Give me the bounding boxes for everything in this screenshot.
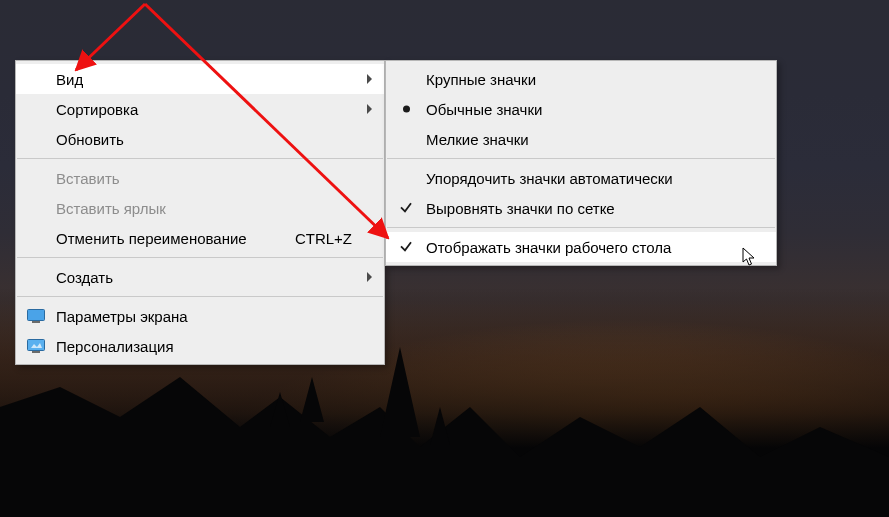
svg-rect-1 (32, 321, 40, 323)
menu-separator (387, 158, 775, 159)
submenu-item-medium-icons[interactable]: Обычные значки (386, 94, 776, 124)
menu-item-personalization[interactable]: Персонализация (16, 331, 384, 361)
menu-item-label: Упорядочить значки автоматически (426, 170, 673, 187)
view-submenu: Крупные значки Обычные значки Мелкие зна… (385, 60, 777, 266)
svg-rect-3 (32, 351, 40, 353)
menu-separator (17, 296, 383, 297)
menu-item-label: Вставить ярлык (56, 200, 166, 217)
menu-item-refresh[interactable]: Обновить (16, 124, 384, 154)
menu-item-label: Вид (56, 71, 83, 88)
menu-separator (17, 257, 383, 258)
desktop-context-menu: Вид Сортировка Обновить Вставить Вставит… (15, 60, 385, 365)
menu-item-display-settings[interactable]: Параметры экрана (16, 301, 384, 331)
menu-item-label: Отображать значки рабочего стола (426, 239, 671, 256)
menu-item-paste: Вставить (16, 163, 384, 193)
menu-item-label: Сортировка (56, 101, 138, 118)
menu-item-shortcut: CTRL+Z (295, 230, 352, 247)
menu-item-label: Параметры экрана (56, 308, 188, 325)
menu-item-label: Обновить (56, 131, 124, 148)
menu-item-label: Мелкие значки (426, 131, 529, 148)
menu-item-label: Персонализация (56, 338, 174, 355)
submenu-item-large-icons[interactable]: Крупные значки (386, 64, 776, 94)
svg-rect-0 (28, 310, 45, 321)
personalize-icon (27, 339, 45, 353)
radio-bullet-icon (403, 106, 410, 113)
submenu-item-small-icons[interactable]: Мелкие значки (386, 124, 776, 154)
menu-item-undo-rename[interactable]: Отменить переименование CTRL+Z (16, 223, 384, 253)
menu-item-paste-shortcut: Вставить ярлык (16, 193, 384, 223)
menu-separator (387, 227, 775, 228)
menu-item-label: Обычные значки (426, 101, 542, 118)
menu-item-create[interactable]: Создать (16, 262, 384, 292)
menu-item-label: Вставить (56, 170, 120, 187)
menu-separator (17, 158, 383, 159)
check-icon (399, 200, 413, 214)
menu-item-sort[interactable]: Сортировка (16, 94, 384, 124)
submenu-item-auto-arrange[interactable]: Упорядочить значки автоматически (386, 163, 776, 193)
menu-item-label: Создать (56, 269, 113, 286)
menu-item-label: Крупные значки (426, 71, 536, 88)
submenu-item-align-grid[interactable]: Выровнять значки по сетке (386, 193, 776, 223)
monitor-icon (27, 309, 45, 323)
submenu-item-show-desktop-icons[interactable]: Отображать значки рабочего стола (386, 232, 776, 262)
svg-rect-2 (28, 340, 45, 351)
menu-item-label: Выровнять значки по сетке (426, 200, 615, 217)
menu-item-view[interactable]: Вид (16, 64, 384, 94)
menu-item-label: Отменить переименование (56, 230, 247, 247)
check-icon (399, 239, 413, 253)
